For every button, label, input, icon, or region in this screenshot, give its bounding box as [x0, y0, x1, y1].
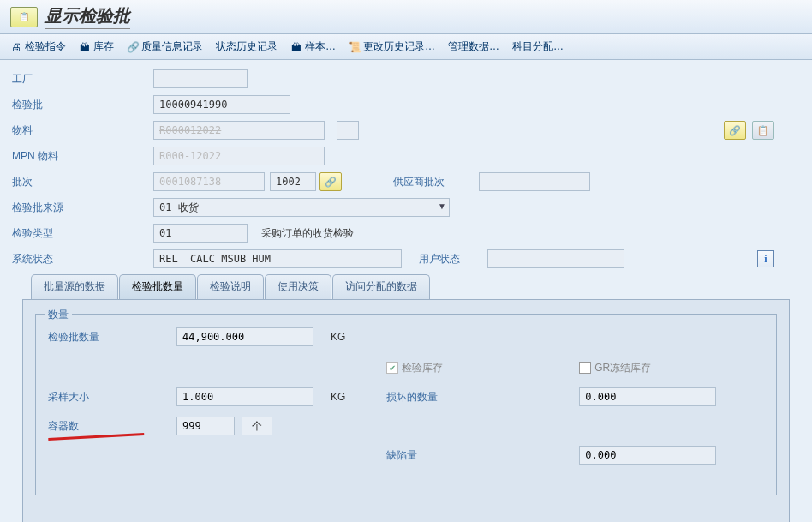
stock-icon: 🏔 [79, 41, 91, 53]
info-icon[interactable]: i [757, 250, 774, 267]
insp-type-label: 检验类型 [12, 226, 153, 241]
tab-source-data[interactable]: 批量源的数据 [31, 274, 118, 299]
toolbar-account-assign[interactable]: 科目分配… [512, 39, 564, 54]
link-icon: 🔗 [127, 41, 139, 53]
toolbar-change-history[interactable]: 📜 更改历史记录… [349, 39, 435, 54]
material-aux-field[interactable] [337, 121, 359, 140]
printer-icon: 🖨 [10, 41, 22, 53]
containers-label: 容器数 [48, 419, 176, 434]
toolbar-label: 管理数据… [448, 39, 499, 54]
sys-status-label: 系统状态 [12, 252, 153, 267]
toolbar-sample[interactable]: 🏔 样本… [290, 39, 336, 54]
insp-type-field[interactable] [153, 224, 248, 243]
insp-stock-checkbox[interactable]: ✔ [386, 362, 398, 374]
toolbar-stock[interactable]: 🏔 库存 [79, 39, 114, 54]
gr-blocked-checkbox[interactable] [579, 362, 591, 374]
toolbar-label: 库存 [93, 39, 114, 54]
vendor-batch-label: 供应商批次 [393, 175, 479, 189]
link-button[interactable]: 🔗 [724, 121, 746, 140]
damaged-label: 损坏的数量 [386, 390, 463, 405]
batch-search-button[interactable]: 🔗 [319, 172, 342, 191]
user-status-field[interactable] [487, 249, 624, 268]
tab-strip: 批量源的数据 检验批数量 检验说明 使用决策 访问分配的数据 [12, 274, 800, 299]
vendor-batch-field[interactable] [479, 172, 590, 191]
tab-panel: 数量 检验批数量 KG 采样大小 KG 容器数 [22, 299, 790, 522]
origin-label: 检验批来源 [12, 201, 153, 215]
lot-qty-label: 检验批数量 [48, 330, 176, 345]
plant-label: 工厂 [12, 72, 153, 87]
defects-label: 缺陷量 [386, 448, 463, 463]
batch-field2[interactable] [270, 172, 316, 191]
app-icon: 📋 [10, 7, 38, 27]
user-status-label: 用户状态 [419, 252, 487, 267]
mpn-label: MPN 物料 [12, 149, 153, 164]
sample-icon: 🏔 [290, 41, 302, 53]
gr-blocked-label: GR冻结库存 [594, 361, 651, 375]
inspection-lot-field[interactable] [153, 95, 290, 114]
toolbar-label: 检验指令 [25, 39, 66, 54]
page-title: 显示检验批 [45, 4, 130, 29]
defects-field[interactable] [579, 446, 716, 465]
copy-button[interactable]: 📋 [752, 121, 774, 140]
toolbar: 🖨 检验指令 🏔 库存 🔗 质量信息记录 状态历史记录 🏔 样本… 📜 更改历史… [0, 34, 812, 60]
sys-status-field[interactable] [153, 249, 402, 268]
batch-field[interactable] [153, 172, 265, 191]
origin-value [153, 198, 450, 217]
tab-insp-desc[interactable]: 检验说明 [197, 274, 264, 299]
origin-dropdown[interactable]: ▼ [153, 198, 450, 217]
tab-lot-qty[interactable]: 检验批数量 [119, 274, 196, 299]
toolbar-quality-info[interactable]: 🔗 质量信息记录 [127, 39, 203, 54]
toolbar-label: 质量信息记录 [141, 39, 203, 54]
tab-assigned-data[interactable]: 访问分配的数据 [332, 274, 430, 299]
batch-label: 批次 [12, 175, 153, 189]
damaged-field[interactable] [579, 387, 716, 406]
material-field[interactable] [153, 121, 325, 140]
toolbar-label: 状态历史记录 [216, 39, 278, 54]
tab-usage-decision[interactable]: 使用决策 [265, 274, 331, 299]
title-bar: 📋 显示检验批 [0, 0, 812, 34]
toolbar-status-history[interactable]: 状态历史记录 [216, 39, 278, 54]
sample-size-field[interactable] [176, 387, 313, 406]
sample-size-label: 采样大小 [48, 390, 176, 405]
main-form: 工厂 检验批 物料 🔗 📋 MPN 物料 批次 🔗 供应商批次 检验批来源 ▼ [0, 60, 812, 522]
qty-group-legend: 数量 [45, 308, 72, 322]
mpn-field[interactable] [153, 147, 325, 165]
containers-unit: 个 [242, 417, 272, 435]
material-label: 物料 [12, 123, 153, 138]
lot-qty-field[interactable] [176, 327, 313, 346]
containers-field[interactable] [176, 417, 235, 435]
insp-type-desc: 采购订单的收货检验 [261, 226, 354, 241]
lot-qty-uom: KG [331, 331, 373, 343]
toolbar-admin-data[interactable]: 管理数据… [448, 39, 499, 54]
insp-stock-label: 检验库存 [402, 361, 443, 375]
qty-group: 数量 检验批数量 KG 采样大小 KG 容器数 [35, 314, 777, 495]
lot-label: 检验批 [12, 98, 153, 112]
toolbar-label: 更改历史记录… [363, 39, 435, 54]
history-icon: 📜 [349, 41, 361, 53]
toolbar-inspect-instruction[interactable]: 🖨 检验指令 [10, 39, 66, 54]
toolbar-label: 科目分配… [512, 39, 564, 54]
toolbar-label: 样本… [305, 39, 336, 54]
sample-size-uom: KG [331, 391, 373, 403]
plant-field[interactable] [153, 69, 248, 88]
